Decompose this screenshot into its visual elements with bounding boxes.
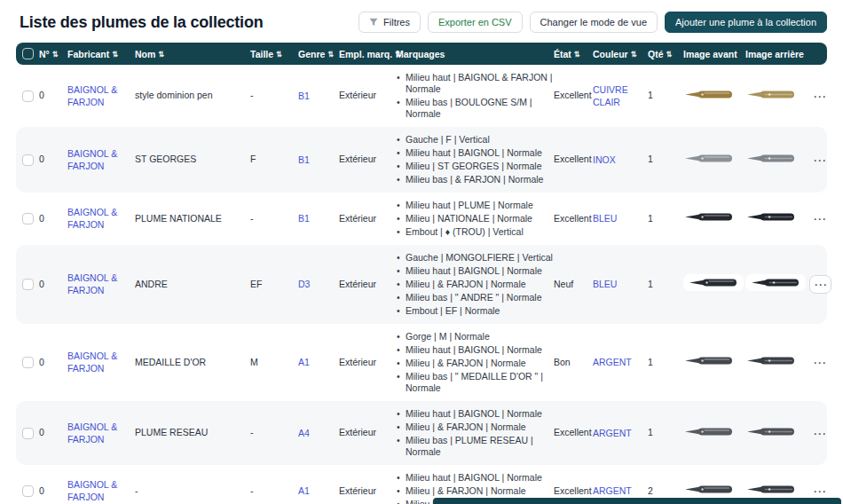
table-row: 0 BAIGNOL & FARJON style dominion pen - … [16, 65, 827, 127]
col-header-etat[interactable]: État ⇅ [554, 49, 593, 59]
image-arriere-thumbnail[interactable] [745, 153, 797, 164]
image-avant-thumbnail[interactable] [683, 211, 735, 223]
row-actions-button[interactable]: ⋯ [809, 354, 830, 371]
row-num: 0 [39, 213, 67, 225]
row-checkbox[interactable] [22, 213, 34, 224]
fabricant-link[interactable]: BAIGNOL & FARJON [67, 421, 135, 445]
plumes-table: N° ⇅ Fabricant ⇅ Nom ⇅ Taille ⇅ Genre ⇅ … [16, 43, 827, 504]
couleur-link[interactable]: ARGENT [593, 356, 632, 368]
marquages-list: Milieu haut | PLUME | NormaleMilieu | NA… [396, 200, 554, 238]
image-avant-thumbnail[interactable] [683, 274, 744, 291]
export-csv-button[interactable]: Exporter en CSV [428, 12, 523, 33]
col-header-qte[interactable]: Qté ⇅ [648, 49, 683, 59]
row-checkbox[interactable] [22, 91, 34, 102]
horizontal-scrollbar-thumb[interactable] [433, 498, 841, 504]
image-arriere-thumbnail[interactable] [745, 211, 797, 223]
fabricant-link[interactable]: BAIGNOL & FARJON [67, 83, 135, 108]
row-actions-button[interactable]: ⋯ [809, 88, 830, 105]
sort-icon: ⇅ [631, 50, 637, 59]
image-avant-thumbnail[interactable] [683, 89, 735, 100]
row-checkbox[interactable] [22, 154, 34, 166]
nib-back-image [745, 426, 797, 437]
col-header-taille[interactable]: Taille ⇅ [250, 49, 298, 59]
nib-front-image [683, 89, 735, 100]
col-header-couleur[interactable]: Couleur ⇅ [593, 49, 648, 59]
image-arriere-thumbnail[interactable] [745, 484, 797, 495]
row-qte: 1 [648, 357, 683, 369]
change-view-button[interactable]: Changer le mode de vue [530, 12, 658, 33]
row-qte: 1 [648, 213, 683, 225]
row-etat: Excellent [554, 213, 593, 225]
couleur-link[interactable]: ARGENT [593, 427, 632, 439]
row-empl-marq: Extérieur [339, 213, 396, 225]
fabricant-link[interactable]: BAIGNOL & FARJON [67, 147, 135, 172]
add-plume-button[interactable]: Ajouter une plume à la collection [665, 12, 827, 33]
marquage-item: Embout | EF | Normale [396, 305, 554, 317]
image-arriere-thumbnail[interactable] [745, 426, 797, 437]
row-actions-button[interactable]: ⋯ [809, 275, 831, 294]
image-avant-thumbnail[interactable] [683, 426, 735, 437]
genre-link[interactable]: B1 [298, 90, 310, 102]
filters-button[interactable]: Filtres [358, 12, 421, 33]
genre-link[interactable]: B1 [298, 212, 310, 224]
row-empl-marq: Extérieur [339, 357, 396, 369]
fabricant-link[interactable]: BAIGNOL & FARJON [67, 478, 135, 503]
col-header-fabricant[interactable]: Fabricant ⇅ [67, 49, 135, 59]
marquages-list: Milieu haut | BAIGNOL & FARJON | Normale… [396, 72, 554, 120]
couleur-link[interactable]: INOX [593, 154, 616, 166]
couleur-link[interactable]: BLEU [593, 212, 617, 224]
image-arriere-thumbnail[interactable] [745, 355, 797, 366]
row-qte: 1 [648, 90, 683, 102]
couleur-link[interactable]: ARGENT [593, 484, 632, 497]
col-header-num[interactable]: N° ⇅ [39, 49, 67, 59]
marquage-item: Milieu bas | " ANDRE " | Normale [396, 292, 554, 303]
marquage-item: Gorge | M | Normale [396, 331, 554, 343]
genre-link[interactable]: A1 [298, 356, 310, 368]
row-etat: Excellent [554, 485, 593, 498]
select-all-checkbox[interactable] [22, 48, 34, 59]
row-empl-marq: Extérieur [339, 427, 396, 439]
marquage-item: Gauche | MONGOLFIERE | Vertical [396, 252, 554, 264]
table-body: 0 BAIGNOL & FARJON style dominion pen - … [16, 65, 827, 504]
couleur-link[interactable]: CUIVRE CLAIR [593, 83, 648, 108]
row-checkbox[interactable] [22, 428, 34, 439]
sort-icon: ⇅ [158, 50, 164, 59]
row-actions-button[interactable]: ⋯ [809, 425, 830, 442]
col-header-empl-marq[interactable]: Empl. marq. ⇅ [339, 49, 396, 59]
image-arriere-thumbnail[interactable] [745, 274, 806, 291]
row-qte: 1 [648, 427, 683, 439]
row-num: 0 [39, 279, 67, 291]
row-checkbox[interactable] [22, 357, 34, 368]
table-row: 0 BAIGNOL & FARJON ANDRE EF D3 Extérieur… [16, 245, 827, 324]
marquages-list: Gorge | M | NormaleMilieu haut | BAIGNOL… [396, 331, 554, 394]
genre-link[interactable]: A4 [298, 427, 310, 439]
col-header-genre[interactable]: Genre ⇅ [298, 49, 339, 59]
row-nom: style dominion pen [135, 90, 250, 102]
col-label: Qté [648, 49, 664, 59]
row-taille: - [250, 427, 298, 439]
image-arriere-thumbnail[interactable] [745, 89, 797, 100]
image-avant-thumbnail[interactable] [683, 153, 735, 164]
marquage-item: Milieu bas | & FARJON | Normale [396, 174, 554, 185]
fabricant-link[interactable]: BAIGNOL & FARJON [67, 206, 135, 231]
fabricant-link[interactable]: BAIGNOL & FARJON [67, 350, 135, 374]
col-header-marquages: Marquages [396, 49, 554, 59]
row-checkbox[interactable] [22, 279, 34, 290]
top-bar: Liste des plumes de la collection Filtre… [0, 0, 843, 43]
sort-icon: ⇅ [276, 50, 282, 59]
couleur-link[interactable]: BLEU [593, 278, 617, 290]
fabricant-link[interactable]: BAIGNOL & FARJON [67, 272, 135, 296]
row-actions-button[interactable]: ⋯ [809, 152, 830, 169]
row-checkbox[interactable] [22, 485, 34, 497]
row-qte: 1 [648, 279, 683, 291]
row-actions-button[interactable]: ⋯ [809, 210, 830, 227]
genre-link[interactable]: B1 [298, 154, 310, 166]
table-row: 0 BAIGNOL & FARJON PLUME RESEAU - A4 Ext… [16, 401, 827, 465]
row-empl-marq: Extérieur [339, 154, 396, 166]
genre-link[interactable]: A1 [298, 484, 310, 497]
image-avant-thumbnail[interactable] [683, 355, 735, 366]
image-avant-thumbnail[interactable] [683, 484, 735, 495]
col-header-nom[interactable]: Nom ⇅ [135, 49, 250, 59]
genre-link[interactable]: D3 [298, 278, 310, 290]
marquage-item: Milieu haut | BAIGNOL | Normale [396, 147, 554, 159]
